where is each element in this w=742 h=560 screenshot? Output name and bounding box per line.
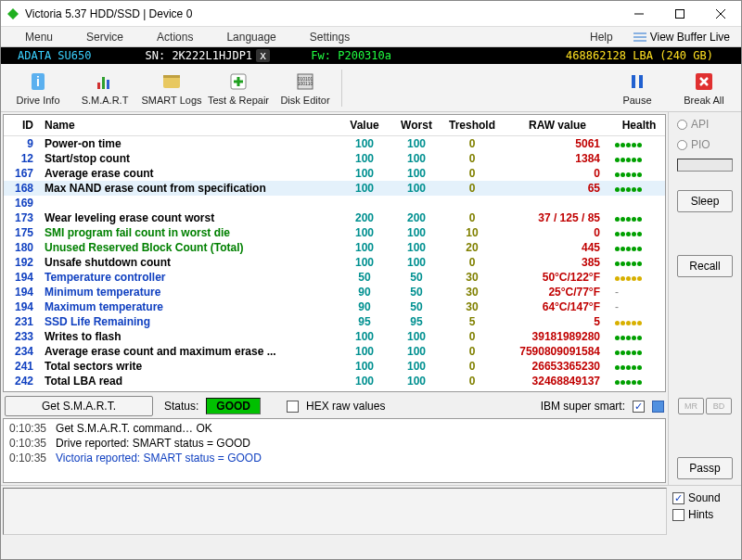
status-value: GOOD <box>206 398 261 414</box>
sound-checkbox[interactable] <box>672 492 684 504</box>
pause-button[interactable]: Pause <box>604 66 671 110</box>
log-panel[interactable]: 0:10:35Get S.M.A.R.T. command… OK0:10:35… <box>3 418 666 483</box>
device-model: ADATA SU650 <box>1 49 108 62</box>
status-label: Status: <box>164 400 198 413</box>
hints-checkbox[interactable] <box>672 509 684 521</box>
menu-settings[interactable]: Settings <box>293 31 366 44</box>
break-all-icon <box>693 70 715 93</box>
progress-bar <box>677 159 733 172</box>
smart-button[interactable]: S.M.A.R.T <box>71 66 138 110</box>
table-row[interactable]: 169 <box>4 196 665 210</box>
footer: Sound Hints <box>1 485 741 537</box>
svg-rect-19 <box>639 75 643 88</box>
window-title: Victoria 5.37 HDD/SSD | Device 0 <box>25 7 619 20</box>
buffer-icon <box>633 32 646 43</box>
svg-rect-1 <box>676 9 684 18</box>
titlebar: Victoria 5.37 HDD/SSD | Device 0 <box>1 1 741 27</box>
toolbar: i Drive Info S.M.A.R.T SMART Logs Test &… <box>1 64 741 112</box>
table-row[interactable]: 168Max NAND erase count from specificati… <box>4 181 665 196</box>
smart-icon <box>94 70 116 93</box>
svg-rect-13 <box>163 75 180 78</box>
menubar: Menu Service Actions Language Settings H… <box>1 27 741 47</box>
minimize-button[interactable] <box>619 1 659 27</box>
app-icon <box>6 7 19 20</box>
svg-rect-18 <box>632 75 635 88</box>
logs-icon <box>160 70 183 93</box>
hex-raw-checkbox[interactable] <box>287 401 299 413</box>
col-health[interactable]: Health <box>613 115 665 136</box>
drive-info-button[interactable]: i Drive Info <box>5 66 71 110</box>
device-firmware: Fw: P200310a <box>270 49 391 62</box>
col-id[interactable]: ID <box>4 115 41 136</box>
api-radio[interactable]: API <box>677 118 733 131</box>
log-line: 0:10:35Drive reported: SMART status = GO… <box>4 436 665 451</box>
break-all-button[interactable]: Break All <box>671 66 737 110</box>
svg-rect-9 <box>97 83 100 89</box>
col-threshold[interactable]: Treshold <box>442 115 502 136</box>
maximize-button[interactable] <box>659 1 700 27</box>
smart-table[interactable]: ID Name Value Worst Treshold RAW value H… <box>3 114 666 392</box>
get-smart-button[interactable]: Get S.M.A.R.T. <box>5 396 153 416</box>
recall-button[interactable]: Recall <box>677 255 733 277</box>
svg-text:100110: 100110 <box>298 81 313 86</box>
pause-icon <box>626 70 648 93</box>
log-line: 0:10:35Get S.M.A.R.T. command… OK <box>4 421 665 436</box>
serial-close-icon[interactable]: x <box>256 49 270 62</box>
menu-help[interactable]: Help <box>573 31 630 44</box>
mr-button[interactable]: MR <box>678 398 704 414</box>
extra-checkbox[interactable] <box>652 401 664 413</box>
table-row[interactable]: 9Power-on time10010005061 <box>4 136 665 152</box>
table-row[interactable]: 234Average erase count and maximum erase… <box>4 344 665 359</box>
svg-rect-11 <box>107 80 109 89</box>
table-row[interactable]: 194Temperature controller50503050°C/122°… <box>4 270 665 285</box>
close-button[interactable] <box>700 1 741 27</box>
smart-logs-button[interactable]: SMART Logs <box>138 66 205 110</box>
table-row[interactable]: 233Writes to flash100100039181989280 <box>4 329 665 344</box>
test-repair-icon <box>227 70 249 93</box>
table-row[interactable]: 175SMI program fail count in worst die10… <box>4 225 665 240</box>
table-row[interactable]: 241Total sectors write100100026653365230 <box>4 359 665 374</box>
ibm-super-smart-checkbox[interactable] <box>633 401 645 413</box>
table-row[interactable]: 180Unused Reserved Block Count (Total)10… <box>4 240 665 255</box>
disk-editor-icon: 010101100110 <box>294 70 316 93</box>
table-row[interactable]: 242Total LBA read100100032468849137 <box>4 374 665 388</box>
table-row[interactable]: 231SSD Life Remaining959555 <box>4 314 665 329</box>
table-row[interactable]: 194Maximum temperature90503064°C/147°F- <box>4 299 665 314</box>
col-raw[interactable]: RAW value <box>502 115 613 136</box>
svg-rect-10 <box>102 77 105 89</box>
ibm-super-smart-label: IBM super smart: <box>541 400 625 413</box>
device-serial: SN: 2K222L1HJDP1 <box>108 49 252 62</box>
svg-text:i: i <box>36 74 40 89</box>
col-worst[interactable]: Worst <box>390 115 442 136</box>
smart-bottom-bar: Get S.M.A.R.T. Status: GOOD HEX raw valu… <box>1 394 668 418</box>
view-buffer-live[interactable]: View Buffer Live <box>630 31 734 44</box>
passp-button[interactable]: Passp <box>677 457 733 479</box>
device-info-bar: ADATA SU650 SN: 2K222L1HJDP1 x Fw: P2003… <box>1 47 741 64</box>
menu-menu[interactable]: Menu <box>8 31 70 44</box>
table-row[interactable]: 12Start/stop count10010001384 <box>4 151 665 166</box>
info-icon: i <box>27 70 49 93</box>
disk-editor-button[interactable]: 010101100110 Disk Editor <box>272 66 339 110</box>
col-name[interactable]: Name <box>41 115 339 136</box>
table-row[interactable]: 167Average erase count10010000 <box>4 166 665 181</box>
sound-checkbox-row[interactable]: Sound <box>672 491 737 504</box>
hex-raw-label: HEX raw values <box>306 400 385 413</box>
sleep-button[interactable]: Sleep <box>677 190 733 212</box>
device-lba: 468862128 LBA (240 GB) <box>566 49 741 62</box>
menu-actions[interactable]: Actions <box>140 31 210 44</box>
menu-language[interactable]: Language <box>210 31 292 44</box>
log-line: 0:10:35Victoria reported: SMART status =… <box>4 451 665 465</box>
table-row[interactable]: 192Unsafe shutdown count1001000385 <box>4 255 665 270</box>
hints-checkbox-row[interactable]: Hints <box>672 508 737 521</box>
footer-status <box>3 488 667 535</box>
sidebar: API PIO Sleep Recall MR BD Passp <box>669 112 741 485</box>
bd-button[interactable]: BD <box>706 398 732 414</box>
pio-radio[interactable]: PIO <box>677 138 733 151</box>
col-value[interactable]: Value <box>339 115 390 136</box>
table-row[interactable]: 173Wear leveling erase count worst200200… <box>4 210 665 225</box>
test-repair-button[interactable]: Test & Repair <box>205 66 272 110</box>
menu-service[interactable]: Service <box>70 31 140 44</box>
table-row[interactable]: 194Minimum temperature90503025°C/77°F- <box>4 285 665 299</box>
